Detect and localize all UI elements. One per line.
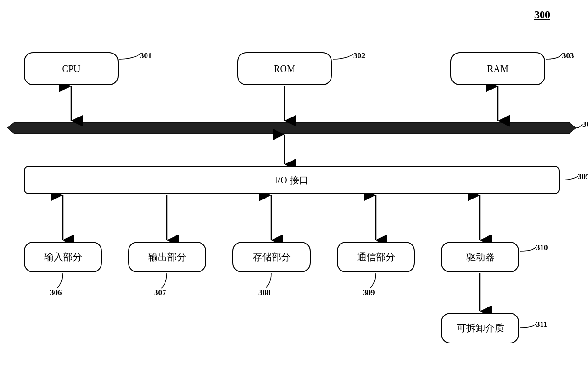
comm-label: 通信部分	[357, 251, 395, 263]
ref-302: 302	[353, 51, 366, 61]
ref-308: 308	[258, 288, 271, 298]
io-box: I/O 接口	[24, 166, 560, 194]
input-box: 输入部分	[24, 242, 102, 272]
media-label: 可拆卸介质	[457, 322, 504, 334]
figure-number: 300	[534, 9, 550, 21]
output-label: 输出部分	[148, 251, 186, 263]
ram-box: RAM	[450, 52, 545, 85]
ref-309: 309	[363, 288, 375, 298]
ref-305: 305	[578, 172, 588, 181]
cpu-label: CPU	[62, 63, 81, 74]
ref-301: 301	[140, 51, 152, 61]
storage-label: 存储部分	[253, 251, 291, 263]
media-box: 可拆卸介质	[441, 313, 519, 343]
ram-label: RAM	[487, 63, 509, 74]
driver-box: 驱动器	[441, 242, 519, 272]
diagram: 300	[0, 0, 588, 370]
input-label: 输入部分	[44, 251, 82, 263]
ref-311: 311	[536, 320, 548, 329]
output-box: 输出部分	[128, 242, 206, 272]
ref-307: 307	[154, 288, 166, 298]
ref-310: 310	[536, 243, 548, 253]
rom-label: ROM	[274, 63, 295, 74]
ref-304: 304	[582, 120, 588, 129]
storage-box: 存储部分	[232, 242, 311, 272]
ref-306: 306	[50, 288, 62, 298]
ref-303: 303	[562, 51, 574, 61]
rom-box: ROM	[237, 52, 332, 85]
cpu-box: CPU	[24, 52, 119, 85]
comm-box: 通信部分	[337, 242, 415, 272]
driver-label: 驱动器	[466, 251, 495, 263]
svg-marker-0	[7, 122, 576, 134]
io-label: I/O 接口	[275, 174, 309, 187]
